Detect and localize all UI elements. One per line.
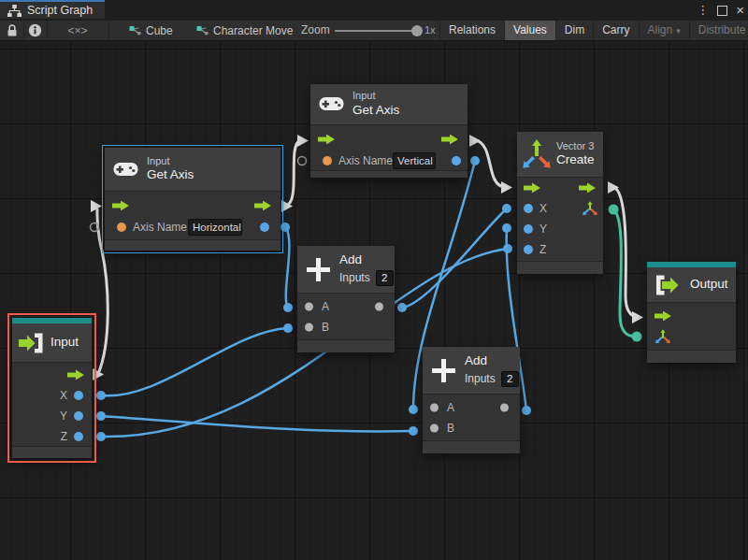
vector3-in-port[interactable]: [654, 328, 671, 345]
output-port-z[interactable]: [74, 432, 83, 441]
wire-getaxis-h-to-add1-a[interactable]: [285, 227, 289, 308]
values-button[interactable]: Values: [505, 21, 556, 40]
node-header: Input Get Axis: [105, 148, 280, 192]
port-label: Y: [539, 223, 547, 236]
node-title: Get Axis: [147, 167, 194, 183]
empty-port-circle: [298, 157, 307, 165]
port-label: B: [322, 321, 329, 334]
graph-canvas[interactable]: Input Get Axis Axis Name Horizontal: [0, 41, 748, 560]
inputs-count-field[interactable]: 2: [376, 270, 394, 286]
node-graph-input[interactable]: Input X Y Z: [12, 318, 92, 458]
node-body: X Y Z: [12, 363, 92, 447]
inputs-count-field[interactable]: 2: [501, 371, 519, 387]
input-port-y[interactable]: [524, 224, 533, 234]
graph-tab-label: Cube: [146, 24, 173, 37]
wire-add1-to-vector3-x[interactable]: [402, 208, 507, 308]
lock-button[interactable]: [0, 21, 23, 40]
node-graph-output[interactable]: Output: [647, 262, 736, 363]
zoom-slider-knob[interactable]: [411, 25, 423, 36]
node-add-2[interactable]: Add Inputs2 A B: [423, 347, 520, 453]
node-header: Add Inputs2: [297, 246, 395, 294]
info-button[interactable]: [23, 21, 47, 40]
output-port-x[interactable]: [74, 391, 83, 400]
plus-icon: [306, 257, 331, 282]
string-port[interactable]: [117, 223, 126, 232]
string-port[interactable]: [323, 156, 332, 165]
flow-arrowhead: [632, 311, 643, 323]
close-icon[interactable]: ×: [736, 1, 744, 20]
flow-out-port[interactable]: [254, 200, 272, 210]
zoom-value: 1x: [424, 21, 436, 40]
input-port-b[interactable]: [305, 323, 313, 332]
axis-name-field[interactable]: Horizontal: [188, 219, 242, 236]
code-view-button[interactable]: <×>: [47, 21, 108, 40]
node-vector3-create[interactable]: Vector 3 Create X Y: [517, 132, 603, 274]
node-title: Output: [690, 277, 728, 293]
info-icon: [28, 23, 42, 37]
kebab-menu-icon[interactable]: ⋮: [697, 0, 709, 21]
port-label: Z: [61, 430, 67, 443]
input-port-z[interactable]: [524, 245, 533, 254]
input-port-a[interactable]: [305, 303, 313, 311]
zoom-slider[interactable]: [335, 30, 417, 32]
node-title: Add: [339, 252, 394, 268]
input-port-b[interactable]: [430, 424, 439, 433]
wire-input-x-to-add1-b[interactable]: [101, 328, 288, 395]
flow-in-port[interactable]: [524, 183, 541, 194]
flow-in-port[interactable]: [112, 200, 130, 210]
node-header: Output: [647, 267, 736, 303]
vector3-icon: [522, 137, 552, 171]
node-body: [647, 303, 736, 347]
output-port-y[interactable]: [74, 411, 83, 421]
flow-port-row: [12, 365, 92, 385]
wire-flow-getaxis-h-to-getaxis-v[interactable]: [286, 140, 300, 206]
flow-out-port[interactable]: [579, 183, 597, 194]
lock-icon: [7, 24, 18, 37]
node-footer: [12, 446, 92, 458]
axis-name-field[interactable]: Vertical: [393, 152, 436, 169]
port-label: X: [539, 202, 547, 215]
inputs-label: Inputs: [465, 372, 496, 385]
value-out-port[interactable]: [452, 156, 461, 165]
flow-port-row: [517, 178, 603, 198]
tab-script-graph[interactable]: Script Graph: [0, 0, 105, 19]
node-footer: [297, 339, 395, 352]
breadcrumb-graph-character-move[interactable]: Character Move: [196, 21, 293, 40]
flow-port-row: [647, 306, 736, 326]
sum-out-port[interactable]: [375, 303, 383, 311]
relations-button[interactable]: Relations: [439, 21, 505, 40]
distribute-dropdown[interactable]: Distribute▾: [690, 21, 748, 40]
flow-out-port[interactable]: [441, 134, 459, 144]
node-footer: [310, 170, 468, 178]
node-title: Add: [465, 353, 519, 369]
graph-tab-label: Character Move: [213, 24, 293, 37]
input-port-x[interactable]: [524, 204, 533, 213]
node-get-axis-horizontal[interactable]: Input Get Axis Axis Name Horizontal: [105, 148, 280, 251]
input-port-a[interactable]: [430, 404, 439, 412]
vector3-out-port[interactable]: [582, 200, 598, 217]
align-dropdown[interactable]: Align▾: [640, 21, 690, 40]
dim-button[interactable]: Dim: [556, 21, 594, 40]
port-label: X: [60, 389, 67, 402]
carry-button[interactable]: Carry: [594, 21, 639, 40]
flow-arrowhead: [297, 135, 309, 147]
port-row-a: A: [423, 397, 520, 418]
value-out-port[interactable]: [260, 223, 269, 232]
flow-port-row: [105, 194, 280, 216]
wire-flow-getaxis-v-to-vector3[interactable]: [475, 140, 504, 187]
flow-out-port[interactable]: [67, 370, 85, 381]
node-subtitle: Input: [352, 90, 399, 103]
node-add-1[interactable]: Add Inputs2 A B: [297, 246, 395, 352]
axis-name-row: Axis Name Horizontal: [105, 216, 280, 237]
sum-out-port[interactable]: [500, 404, 509, 412]
node-get-axis-vertical[interactable]: Input Get Axis Axis Name Vertical: [310, 84, 468, 178]
node-body: X Y Z: [517, 178, 603, 260]
toolbar-toggle-group: Relations Values Dim Carry Align▾ Distri…: [439, 21, 748, 40]
node-header: Input: [12, 323, 92, 363]
mini-graph-icon: [196, 25, 209, 36]
breadcrumb-graph-cube[interactable]: Cube: [129, 21, 173, 40]
wire-input-y-to-add2-b[interactable]: [101, 416, 413, 432]
flow-in-port[interactable]: [654, 311, 672, 322]
flow-in-port[interactable]: [318, 134, 336, 144]
maximize-icon[interactable]: [717, 6, 727, 16]
